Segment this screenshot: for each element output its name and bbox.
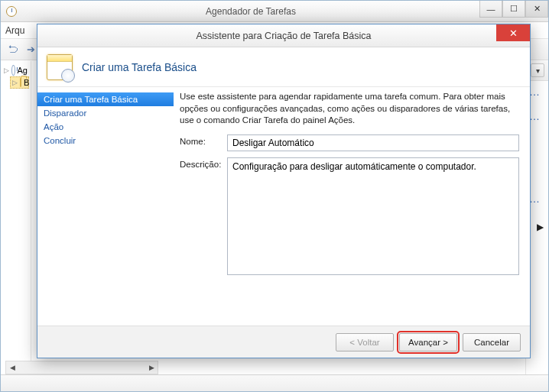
status-bar xyxy=(1,374,548,391)
parent-window-title: Agendador de Tarefas xyxy=(22,6,479,17)
tree-expand-icon[interactable]: ▷ xyxy=(4,66,9,74)
wizard-content: Use este assistente para agendar rapidam… xyxy=(174,88,530,326)
expand-arrow-icon[interactable]: ▶ xyxy=(537,222,544,232)
minimize-button[interactable]: — xyxy=(479,1,502,18)
wizard-steps: Criar uma Tarefa Básica Disparador Ação … xyxy=(37,88,174,326)
cancel-button[interactable]: Cancelar xyxy=(463,333,521,352)
dialog-body: Criar uma Tarefa Básica Disparador Ação … xyxy=(37,88,530,326)
app-icon xyxy=(1,6,22,17)
task-name-input[interactable] xyxy=(227,134,519,151)
wizard-icon xyxy=(47,54,73,80)
parent-titlebar: Agendador de Tarefas — ☐ ✕ xyxy=(1,1,548,22)
dialog-close-button[interactable]: ✕ xyxy=(496,24,530,41)
name-row: Nome: xyxy=(180,134,519,151)
description-label: Descrição: xyxy=(180,157,227,169)
wizard-step-basic-task[interactable]: Criar uma Tarefa Básica xyxy=(37,92,174,106)
maximize-button[interactable]: ☐ xyxy=(502,1,525,18)
wizard-step-trigger[interactable]: Disparador xyxy=(37,106,174,120)
tree-expand-icon[interactable]: ▷ xyxy=(12,79,18,86)
dialog-title: Assistente para Criação de Tarefa Básica xyxy=(71,31,496,41)
nav-back-button[interactable]: ⮌ xyxy=(4,41,21,58)
navigation-tree[interactable]: ▷ Ag ▷ B xyxy=(1,61,31,374)
intro-text: Use este assistente para agendar rapidam… xyxy=(180,91,519,127)
name-label: Nome: xyxy=(180,134,227,146)
tree-root-item[interactable]: ▷ Ag xyxy=(2,64,29,76)
wizard-step-action[interactable]: Ação xyxy=(37,120,174,134)
tree-root-label: Ag xyxy=(18,66,28,75)
close-button[interactable]: ✕ xyxy=(525,1,548,18)
scroll-right-button[interactable]: ▶ xyxy=(145,361,158,374)
scroll-left-button[interactable]: ◀ xyxy=(6,361,18,374)
wizard-step-finish[interactable]: Concluir xyxy=(37,134,174,147)
next-button[interactable]: Avançar > xyxy=(399,333,457,352)
dialog-header-title: Criar uma Tarefa Básica xyxy=(82,61,197,73)
parent-window-controls: — ☐ ✕ xyxy=(479,1,548,21)
task-description-input[interactable] xyxy=(227,157,519,275)
create-basic-task-wizard: Assistente para Criação de Tarefa Básica… xyxy=(37,24,531,358)
dialog-titlebar: Assistente para Criação de Tarefa Básica… xyxy=(37,24,530,47)
folder-icon xyxy=(20,78,21,87)
dialog-footer: < Voltar Avançar > Cancelar xyxy=(37,326,530,358)
scroll-track[interactable] xyxy=(18,361,145,374)
collapse-pane-button[interactable]: ▾ xyxy=(531,63,544,77)
tree-child-label: B xyxy=(24,78,29,87)
tree-child-item[interactable]: ▷ B xyxy=(10,76,29,89)
dialog-header: Criar uma Tarefa Básica xyxy=(37,47,530,87)
horizontal-scrollbar[interactable]: ◀ ▶ xyxy=(5,361,158,374)
back-button: < Voltar xyxy=(336,333,394,352)
description-row: Descrição: xyxy=(180,157,519,275)
menu-file[interactable]: Arqu xyxy=(5,25,24,36)
clock-icon xyxy=(11,65,15,76)
